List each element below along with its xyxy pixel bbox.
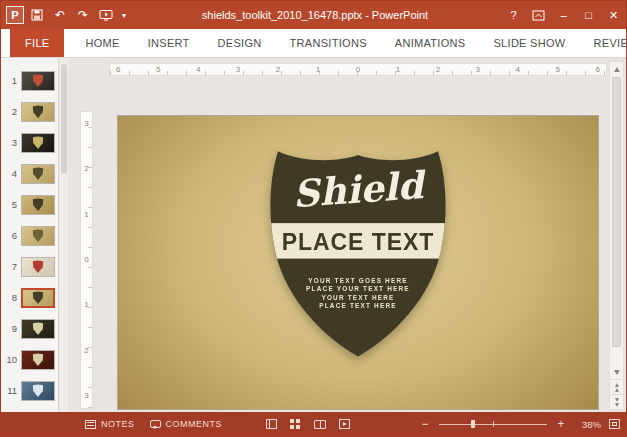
ruler-number: 2: [276, 66, 280, 74]
fit-slide-to-window-icon[interactable]: [609, 419, 620, 429]
slide-number: 9: [4, 323, 17, 334]
slide-thumbnail-row[interactable]: 11: [1, 378, 58, 403]
mini-shield-icon: [33, 167, 44, 180]
slide-thumbnail[interactable]: [21, 102, 55, 122]
slide-thumbnail-row[interactable]: 4: [1, 161, 58, 186]
mini-shield-icon: [33, 322, 44, 335]
redo-icon[interactable]: ↷: [73, 4, 93, 26]
status-bar: NOTES COMMENTS − + 38%: [1, 412, 626, 436]
slide-thumbnail-panel: 1 2 3 4 5 6 7: [1, 58, 59, 412]
mini-shield-icon: [33, 353, 44, 366]
slide-thumbnail-row[interactable]: 2: [1, 99, 58, 124]
body-text-line[interactable]: YOUR TEXT GOES HERE: [308, 277, 407, 284]
comments-button[interactable]: COMMENTS: [150, 419, 223, 429]
tab-file[interactable]: FILE: [10, 29, 64, 57]
vertical-ruler: 3 2 1 0 1 2 3: [80, 111, 93, 409]
zoom-controls: − + 38%: [419, 418, 620, 430]
slide-number: 1: [4, 75, 17, 86]
slide-thumbnail-row[interactable]: 10: [1, 347, 58, 372]
slide-number: 5: [4, 199, 17, 210]
slide-thumbnail[interactable]: [21, 381, 55, 401]
zoom-level[interactable]: 38%: [575, 419, 601, 430]
slide-thumbnail-row[interactable]: 9: [1, 316, 58, 341]
ruler-number: 0: [84, 256, 88, 264]
slide-thumbnail[interactable]: [21, 133, 55, 153]
slide-thumbnail[interactable]: [21, 195, 55, 215]
powerpoint-window: P ↶ ↷ ▾ shields_toolkit_2010_16478.p: [0, 0, 627, 437]
ruler-number: 2: [84, 347, 88, 355]
thumbnail-panel-scrollbar[interactable]: [60, 58, 68, 412]
comments-icon: [150, 420, 161, 428]
zoom-in-icon[interactable]: +: [555, 418, 567, 430]
slideshow-view-icon[interactable]: [339, 419, 350, 429]
help-icon[interactable]: ?: [501, 1, 526, 29]
ribbon-tab[interactable]: HOME: [71, 29, 133, 57]
ribbon-tab[interactable]: ANIMATIONS: [381, 29, 480, 57]
slide-canvas[interactable]: Shield PLACE TEXT YOUR TEXT GOES HERE PL…: [118, 116, 598, 409]
slide-thumbnail-row[interactable]: 6: [1, 223, 58, 248]
slide-thumbnail[interactable]: [21, 319, 55, 339]
ribbon-tab[interactable]: DESIGN: [204, 29, 276, 57]
ribbon-tab[interactable]: INSERT: [134, 29, 204, 57]
thumbnail-panel-scrollbar-thumb[interactable]: [61, 64, 67, 174]
quick-access-dropdown-icon[interactable]: ▾: [119, 4, 129, 26]
slide-thumbnail[interactable]: [21, 350, 55, 370]
slide-thumbnail[interactable]: [21, 71, 55, 91]
maximize-icon[interactable]: □: [576, 1, 601, 29]
slide-thumbnail[interactable]: [21, 288, 55, 308]
window-title: shields_toolkit_2010_16478.pptx - PowerP…: [129, 9, 501, 21]
ruler-number: 1: [84, 301, 88, 309]
slide-thumbnail-row[interactable]: 8: [1, 285, 58, 310]
scroll-up-icon[interactable]: [610, 62, 623, 76]
shield-script-title[interactable]: Shield: [291, 163, 428, 217]
slide-thumbnail-row[interactable]: 7: [1, 254, 58, 279]
slide-thumbnail-row[interactable]: 1: [1, 68, 58, 93]
ruler-number: 4: [516, 66, 520, 74]
statusbar-left-group: NOTES COMMENTS: [85, 419, 222, 429]
minimize-icon[interactable]: –: [551, 1, 576, 29]
body-text-line[interactable]: PLACE TEXT HERE: [319, 302, 397, 309]
ruler-number: 3: [84, 392, 88, 400]
notes-label: NOTES: [101, 419, 135, 429]
notes-button[interactable]: NOTES: [85, 419, 135, 429]
zoom-slider-handle[interactable]: [471, 420, 475, 428]
shield-graphic[interactable]: Shield PLACE TEXT YOUR TEXT GOES HERE PL…: [266, 141, 450, 365]
body-text-line[interactable]: PLACE YOUR TEXT HERE: [306, 285, 410, 292]
ruler-number: 2: [84, 165, 88, 173]
zoom-slider-center-tick: [493, 421, 494, 427]
mini-shield-icon: [33, 136, 44, 149]
ribbon-tab[interactable]: REVIEW: [580, 29, 626, 57]
ruler-number: 0: [356, 66, 360, 74]
slide-thumbnail[interactable]: [21, 257, 55, 277]
slide-thumbnail[interactable]: [21, 226, 55, 246]
slide-number: 11: [4, 385, 17, 396]
normal-view-icon[interactable]: [266, 419, 277, 429]
start-slideshow-icon[interactable]: [96, 4, 116, 26]
place-text-heading[interactable]: PLACE TEXT: [282, 229, 434, 255]
reading-view-icon[interactable]: [314, 420, 326, 429]
close-icon[interactable]: ✕: [601, 1, 626, 29]
slide-thumbnail-row[interactable]: 5: [1, 192, 58, 217]
ribbon-display-options-icon[interactable]: [526, 1, 551, 29]
ribbon-tab[interactable]: SLIDE SHOW: [479, 29, 579, 57]
previous-slide-icon[interactable]: [610, 379, 623, 394]
ruler-number: 3: [476, 66, 480, 74]
powerpoint-logo-icon[interactable]: P: [6, 6, 24, 24]
zoom-out-icon[interactable]: −: [419, 418, 431, 430]
slide-sorter-view-icon[interactable]: [290, 419, 301, 429]
mini-shield-icon: [33, 260, 44, 273]
powerpoint-logo-letter: P: [11, 9, 18, 21]
next-slide-icon[interactable]: [610, 394, 623, 409]
ruler-number: 6: [595, 66, 599, 74]
scroll-down-icon[interactable]: [610, 365, 623, 379]
body-text-line[interactable]: YOUR TEXT HERE: [321, 294, 394, 301]
zoom-slider[interactable]: [439, 419, 547, 429]
slide-thumbnail-row[interactable]: 3: [1, 130, 58, 155]
vertical-scrollbar[interactable]: [609, 61, 624, 410]
ribbon-tab[interactable]: TRANSITIONS: [276, 29, 381, 57]
save-icon[interactable]: [27, 4, 47, 26]
scrollbar-thumb[interactable]: [612, 77, 621, 347]
slide-thumbnail[interactable]: [21, 164, 55, 184]
save-icon-glyph: [31, 9, 43, 21]
undo-icon[interactable]: ↶: [50, 4, 70, 26]
